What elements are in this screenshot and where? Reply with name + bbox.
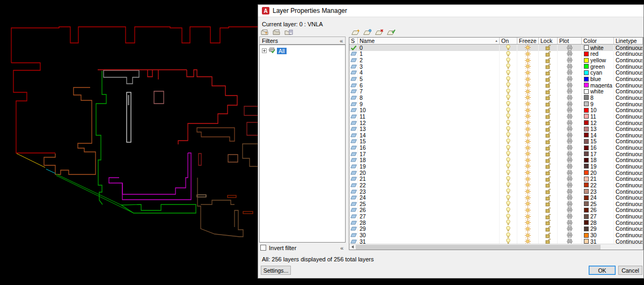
linetype-cell[interactable]: Continuous bbox=[614, 182, 643, 188]
layer-name[interactable]: 18 bbox=[358, 157, 500, 164]
layer-name[interactable]: 20 bbox=[358, 170, 500, 176]
new-property-filter-icon[interactable] bbox=[260, 28, 269, 36]
on-bulb-icon[interactable] bbox=[500, 76, 517, 82]
plot-printer-icon[interactable] bbox=[558, 194, 582, 201]
layer-name[interactable]: 4 bbox=[358, 70, 500, 76]
on-bulb-icon[interactable] bbox=[500, 232, 517, 238]
on-bulb-icon[interactable] bbox=[500, 170, 517, 176]
color-cell[interactable]: 30 bbox=[582, 232, 614, 238]
layer-row-4[interactable]: 4cyanContinuous bbox=[349, 70, 643, 76]
layer-name[interactable]: 1 bbox=[358, 51, 500, 57]
on-bulb-icon[interactable] bbox=[500, 201, 517, 207]
plot-printer-icon[interactable] bbox=[558, 170, 582, 176]
plot-printer-icon[interactable] bbox=[558, 63, 582, 70]
plot-printer-icon[interactable] bbox=[558, 94, 582, 101]
linetype-cell[interactable]: Continuous bbox=[614, 63, 643, 70]
on-bulb-icon[interactable] bbox=[500, 176, 517, 182]
color-cell[interactable]: 13 bbox=[582, 126, 614, 132]
unlock-icon[interactable] bbox=[539, 194, 558, 201]
new-layer-vp-frozen-icon[interactable] bbox=[363, 28, 372, 36]
color-cell[interactable]: yellow bbox=[582, 57, 614, 63]
color-cell[interactable]: 15 bbox=[582, 138, 614, 145]
freeze-sun-icon[interactable] bbox=[517, 107, 539, 113]
on-bulb-icon[interactable] bbox=[500, 113, 517, 120]
col-freeze[interactable]: Freeze bbox=[517, 38, 539, 44]
color-cell[interactable]: green bbox=[582, 63, 614, 70]
layer-name[interactable]: 2 bbox=[358, 57, 500, 63]
freeze-sun-icon[interactable] bbox=[517, 76, 539, 82]
plot-printer-icon[interactable] bbox=[558, 70, 582, 76]
on-bulb-icon[interactable] bbox=[500, 63, 517, 70]
layer-name[interactable]: 12 bbox=[358, 120, 500, 126]
linetype-cell[interactable]: Continuous bbox=[614, 176, 643, 182]
plot-printer-icon[interactable] bbox=[558, 51, 582, 57]
layer-name[interactable]: 8 bbox=[358, 94, 500, 101]
freeze-sun-icon[interactable] bbox=[517, 82, 539, 89]
layer-name[interactable]: 19 bbox=[358, 163, 500, 170]
freeze-sun-icon[interactable] bbox=[517, 70, 539, 76]
layer-name[interactable]: 9 bbox=[358, 101, 500, 107]
unlock-icon[interactable] bbox=[539, 151, 558, 157]
on-bulb-icon[interactable] bbox=[500, 213, 517, 220]
col-status[interactable]: S bbox=[349, 38, 358, 44]
layer-name[interactable]: 23 bbox=[358, 188, 500, 195]
linetype-cell[interactable]: Continuous bbox=[614, 194, 643, 201]
freeze-sun-icon[interactable] bbox=[517, 113, 539, 120]
freeze-sun-icon[interactable] bbox=[517, 207, 539, 214]
linetype-cell[interactable]: Continuous bbox=[614, 51, 643, 57]
freeze-sun-icon[interactable] bbox=[517, 120, 539, 126]
on-bulb-icon[interactable] bbox=[500, 101, 517, 107]
freeze-sun-icon[interactable] bbox=[517, 182, 539, 188]
layer-name[interactable]: 6 bbox=[358, 82, 500, 89]
on-bulb-icon[interactable] bbox=[500, 182, 517, 188]
layer-name[interactable]: 26 bbox=[358, 207, 500, 214]
on-bulb-icon[interactable] bbox=[500, 132, 517, 138]
new-group-filter-icon[interactable] bbox=[272, 28, 281, 36]
col-plot[interactable]: Plot bbox=[558, 38, 582, 44]
plot-printer-icon[interactable] bbox=[558, 220, 582, 226]
filter-all-label[interactable]: All bbox=[277, 48, 287, 54]
freeze-sun-icon[interactable] bbox=[517, 188, 539, 195]
on-bulb-icon[interactable] bbox=[500, 51, 517, 57]
freeze-sun-icon[interactable] bbox=[517, 94, 539, 101]
layer-row-11[interactable]: 1111Continuous bbox=[349, 113, 643, 120]
layer-name[interactable]: 28 bbox=[358, 220, 500, 226]
on-bulb-icon[interactable] bbox=[500, 138, 517, 145]
layer-name[interactable]: 24 bbox=[358, 194, 500, 201]
plot-printer-icon[interactable] bbox=[558, 138, 582, 145]
freeze-sun-icon[interactable] bbox=[517, 151, 539, 157]
linetype-cell[interactable]: Continuous bbox=[614, 170, 643, 176]
linetype-cell[interactable]: Continuous bbox=[614, 120, 643, 126]
layer-row-19[interactable]: 1919Continuous bbox=[349, 163, 643, 170]
col-color[interactable]: Color bbox=[582, 38, 614, 44]
layer-row-26[interactable]: 2626Continuous bbox=[349, 207, 643, 214]
unlock-icon[interactable] bbox=[539, 220, 558, 226]
plot-printer-icon[interactable] bbox=[558, 213, 582, 220]
on-bulb-icon[interactable] bbox=[500, 126, 517, 132]
layer-name[interactable]: 21 bbox=[358, 176, 500, 182]
layer-name[interactable]: 17 bbox=[358, 151, 500, 157]
filter-tree[interactable]: All bbox=[259, 45, 346, 243]
plot-printer-icon[interactable] bbox=[558, 201, 582, 207]
linetype-cell[interactable]: Continuous bbox=[614, 213, 643, 220]
plot-printer-icon[interactable] bbox=[558, 132, 582, 138]
layer-row-30[interactable]: 3030Continuous bbox=[349, 232, 643, 238]
col-on[interactable]: On bbox=[500, 38, 517, 44]
color-cell[interactable]: 22 bbox=[582, 182, 614, 188]
on-bulb-icon[interactable] bbox=[500, 163, 517, 170]
unlock-icon[interactable] bbox=[539, 182, 558, 188]
layer-name[interactable]: 25 bbox=[358, 201, 500, 207]
plot-printer-icon[interactable] bbox=[558, 107, 582, 113]
layer-row-22[interactable]: 2222Continuous bbox=[349, 182, 643, 188]
plot-printer-icon[interactable] bbox=[558, 163, 582, 170]
on-bulb-icon[interactable] bbox=[500, 194, 517, 201]
on-bulb-icon[interactable] bbox=[500, 88, 517, 94]
linetype-cell[interactable]: Continuous bbox=[614, 201, 643, 207]
on-bulb-icon[interactable] bbox=[500, 120, 517, 126]
unlock-icon[interactable] bbox=[539, 157, 558, 164]
color-cell[interactable]: magenta bbox=[582, 82, 614, 89]
color-cell[interactable]: white bbox=[582, 45, 614, 51]
linetype-cell[interactable]: Continuous bbox=[614, 207, 643, 214]
unlock-icon[interactable] bbox=[539, 126, 558, 132]
scroll-left-button[interactable] bbox=[349, 244, 356, 250]
